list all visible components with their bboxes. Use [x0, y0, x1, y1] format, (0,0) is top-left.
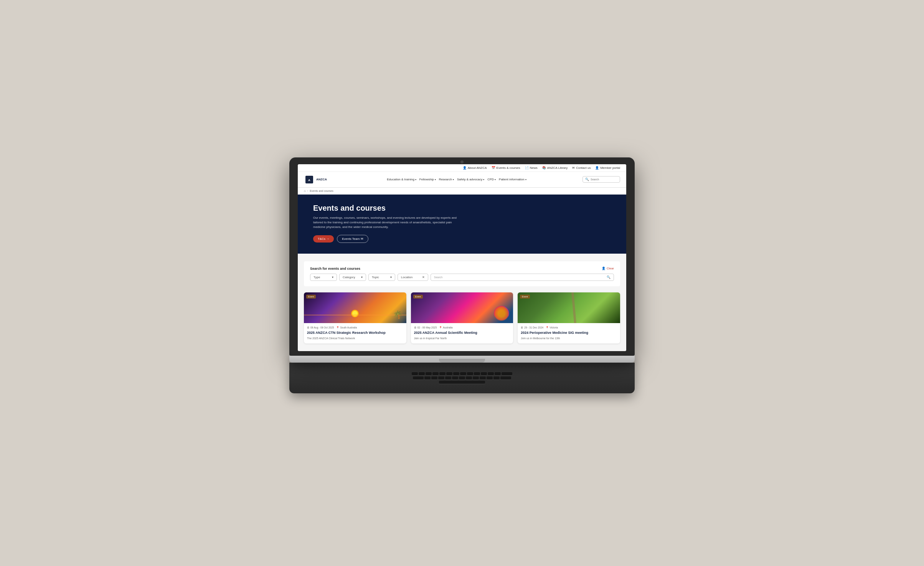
keyword-search[interactable]: Search 🔍 [431, 274, 614, 281]
keyword-search-icon: 🔍 [607, 276, 610, 279]
key [446, 372, 452, 375]
chevron-down-icon: ▾ [483, 178, 484, 181]
utility-member-portal[interactable]: 👤 Member portal [595, 166, 620, 170]
card-meta-2: 🗓 02 - 06 May 2025 📍 Australia [414, 326, 510, 329]
card-desc-1: The 2025 ANZCA Clinical Trials Network [307, 337, 403, 340]
browser-screen: 👤 About ANZCA 📅 Events & courses 📄 News … [298, 164, 626, 351]
nav-safety-advocacy[interactable]: Safety & advocacy ▾ [457, 178, 484, 181]
search-box[interactable]: 🔍 [582, 176, 620, 183]
calendar-small-icon-3: 🗓 [521, 326, 523, 329]
utility-about-anzca[interactable]: 👤 About ANZCA [463, 166, 487, 170]
breadcrumb: ⌂ › Events and courses [298, 188, 626, 195]
pin-icon-2: 📍 [439, 326, 442, 329]
type-chevron-icon: ▾ [332, 276, 333, 279]
chevron-down-icon: ▾ [435, 178, 436, 181]
search-filter-area: Search for events and courses 👤 Clear Ty… [304, 261, 620, 286]
laptop-bezel: 👤 About ANZCA 📅 Events & courses 📄 News … [289, 157, 635, 356]
keyboard-rows [315, 372, 609, 384]
logo[interactable]: A ANZCA [304, 174, 327, 185]
contact-icon: ✉ [572, 166, 575, 170]
utility-events-courses[interactable]: 📅 Events & courses [492, 166, 520, 170]
breadcrumb-home[interactable]: ⌂ [304, 189, 306, 193]
hero-buttons: T&Cs → Events Team ✉ [313, 235, 611, 243]
calendar-small-icon-2: 🗓 [414, 326, 417, 329]
svg-text:A: A [308, 178, 310, 182]
event-card-3[interactable]: Event 🗓 29 - 31 Dec 2024 📍 Victori [518, 292, 620, 343]
clear-button[interactable]: 👤 Clear [602, 267, 614, 270]
keyboard-row-2 [315, 376, 609, 380]
member-icon: 👤 [595, 166, 599, 170]
key [474, 372, 480, 375]
event-card-1[interactable]: 🌴 Event 🗓 08 Aug - 08 Oct 2025 📍 [304, 292, 406, 343]
card-location-1: 📍 South Australia [336, 326, 357, 329]
card-title-3: 2024 Perioperative Medicine SIG meeting [521, 331, 617, 335]
key [467, 372, 473, 375]
card-content-2: 🗓 02 - 06 May 2025 📍 Australia 2025 ANZC… [411, 323, 513, 343]
nav-patient-information[interactable]: Patient information ▾ [499, 178, 526, 181]
card-image-3: Event [518, 292, 620, 323]
laptop-base [289, 356, 635, 363]
hero-section: Events and courses Our events, meetings,… [298, 195, 626, 254]
key-wide [500, 376, 511, 380]
card-content-1: 🗓 08 Aug - 08 Oct 2025 📍 South Australia… [304, 323, 406, 343]
tcs-button[interactable]: T&Cs → [313, 235, 334, 243]
card-location-2: 📍 Australia [439, 326, 452, 329]
library-icon: 📚 [542, 166, 546, 170]
pin-icon-3: 📍 [546, 326, 549, 329]
key [432, 372, 439, 375]
card-date-2: 🗓 02 - 06 May 2025 [414, 326, 437, 329]
nav-cpd[interactable]: CPD ▾ [487, 178, 496, 181]
nav-links: Education & training ▾ Fellowship ▾ Rese… [335, 178, 579, 181]
key [453, 372, 459, 375]
category-filter[interactable]: Category ▾ [339, 274, 366, 281]
key [419, 372, 425, 375]
key [480, 376, 486, 380]
nav-fellowship[interactable]: Fellowship ▾ [419, 178, 436, 181]
topic-chevron-icon: ▾ [390, 276, 392, 279]
nav-research[interactable]: Research ▾ [439, 178, 454, 181]
location-filter[interactable]: Location ✕ [398, 274, 428, 281]
event-card-2[interactable]: Event 🗓 02 - 06 May 2025 📍 Austral [411, 292, 513, 343]
road-decoration [518, 292, 620, 323]
clear-icon: 👤 [602, 267, 606, 270]
spacebar [439, 381, 485, 384]
events-grid: 🌴 Event 🗓 08 Aug - 08 Oct 2025 📍 [304, 292, 620, 343]
key-wide [413, 376, 424, 380]
person-icon: 👤 [463, 166, 467, 170]
road-line [571, 292, 576, 323]
key [495, 372, 501, 375]
breadcrumb-separator: › [307, 190, 308, 192]
topic-filter[interactable]: Topic ▾ [368, 274, 395, 281]
utility-contact[interactable]: ✉ Contact us [572, 166, 591, 170]
key [488, 372, 494, 375]
chevron-down-icon: ▾ [525, 178, 526, 181]
card-image-2: Event [411, 292, 513, 323]
pin-icon-1: 📍 [336, 326, 339, 329]
key [426, 372, 432, 375]
nav-education-training[interactable]: Education & training ▾ [387, 178, 416, 181]
key [473, 376, 479, 380]
key [459, 376, 465, 380]
type-filter[interactable]: Type ▾ [310, 274, 337, 281]
event-badge-2: Event [413, 295, 423, 299]
card-date-1: 🗓 08 Aug - 08 Oct 2025 [307, 326, 334, 329]
content-section: Search for events and courses 👤 Clear Ty… [298, 254, 626, 351]
events-team-button[interactable]: Events Team ✉ [337, 235, 368, 243]
utility-news[interactable]: 📄 News [525, 166, 538, 170]
category-chevron-icon: ▾ [361, 276, 363, 279]
breadcrumb-current: Events and courses [310, 190, 333, 192]
palm-decoration: 🌴 [393, 310, 403, 319]
search-input[interactable] [591, 178, 617, 181]
keyboard-row-1 [315, 372, 609, 375]
utility-library[interactable]: 📚 ANZCA Library [542, 166, 568, 170]
chevron-down-icon: ▾ [415, 178, 416, 181]
card-title-2: 2025 ANZCA Annual Scientific Meeting [414, 331, 510, 335]
search-filter-header: Search for events and courses 👤 Clear [310, 267, 614, 271]
laptop-container: 👤 About ANZCA 📅 Events & courses 📄 News … [289, 157, 635, 393]
flower-decoration [494, 306, 509, 321]
event-badge-1: Event [306, 295, 316, 299]
key [481, 372, 487, 375]
card-date-3: 🗓 29 - 31 Dec 2024 [521, 326, 543, 329]
calendar-icon: 📅 [492, 166, 495, 170]
key [460, 372, 466, 375]
